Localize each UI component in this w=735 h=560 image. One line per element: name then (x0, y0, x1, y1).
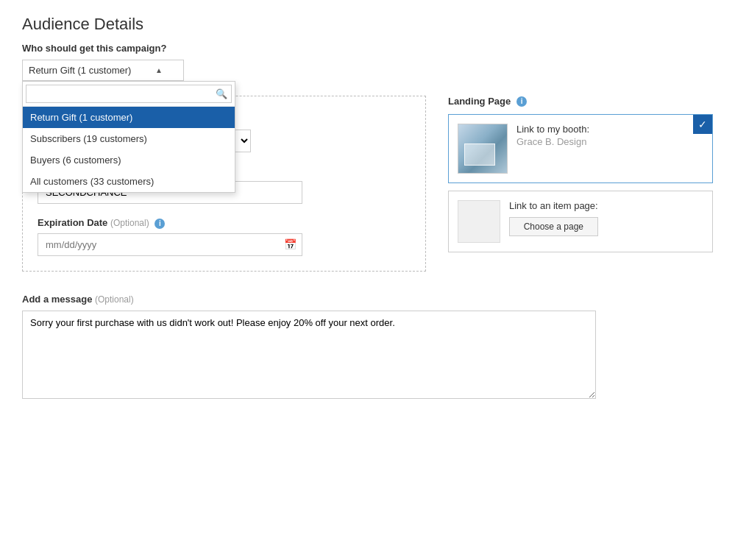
message-optional: (Optional) (95, 294, 134, 305)
date-input-wrap: 📅 (38, 233, 302, 256)
calendar-icon[interactable]: 📅 (284, 238, 297, 250)
audience-dropdown-selected[interactable]: Return Gift (1 customer) ▲ (22, 60, 184, 81)
audience-option-2[interactable]: Buyers (6 customers) (23, 149, 235, 171)
item-card-text: Link to an item page: Choose a page (509, 200, 598, 236)
item-link-label: Link to an item page: (509, 200, 598, 211)
audience-question: Who should get this campaign? (22, 43, 713, 54)
expiration-date-input[interactable] (38, 233, 302, 256)
booth-thumbnail-image (458, 124, 507, 173)
item-thumbnail (458, 200, 500, 243)
audience-search-input[interactable] (26, 85, 232, 103)
booth-selected-check: ✓ (693, 115, 712, 134)
landing-page-info-icon[interactable]: i (516, 96, 527, 107)
booth-card-text: Link to my booth: Grace B. Design (516, 124, 589, 147)
audience-option-3[interactable]: All customers (33 customers) (23, 171, 235, 192)
expiration-info-icon[interactable]: i (155, 219, 165, 229)
audience-dropdown-panel: 🔍 Return Gift (1 customer) Subscribers (… (22, 81, 235, 193)
booth-link-label: Link to my booth: (516, 124, 589, 135)
page-title: Audience Details (22, 15, 713, 34)
dropdown-arrow-icon: ▲ (155, 66, 163, 74)
message-textarea[interactable]: Sorry your first purchase with us didn't… (22, 311, 596, 399)
landing-page-title: Landing Page i (448, 96, 713, 107)
audience-option-1[interactable]: Subscribers (19 customers) (23, 128, 235, 149)
expiration-optional: (Optional) (110, 218, 149, 228)
booth-landing-card[interactable]: Link to my booth: Grace B. Design ✓ (448, 114, 713, 183)
message-label: Add a message (Optional) (22, 294, 713, 305)
choose-page-button[interactable]: Choose a page (509, 217, 598, 236)
message-section: Add a message (Optional) Sorry your firs… (22, 294, 713, 401)
item-landing-card[interactable]: Link to an item page: Choose a page (448, 191, 713, 252)
expiration-label: Expiration Date (Optional) i (38, 217, 411, 229)
booth-thumbnail (458, 124, 508, 174)
audience-option-0[interactable]: Return Gift (1 customer) (23, 107, 235, 128)
dropdown-search-wrap: 🔍 (23, 82, 235, 107)
right-panel: Landing Page i Link to my booth: Grace B… (448, 96, 713, 272)
audience-dropdown[interactable]: Return Gift (1 customer) ▲ 🔍 Return Gift… (22, 60, 184, 81)
search-icon: 🔍 (216, 88, 227, 99)
booth-sublabel: Grace B. Design (516, 136, 589, 147)
audience-selected-label: Return Gift (1 customer) (29, 65, 131, 76)
